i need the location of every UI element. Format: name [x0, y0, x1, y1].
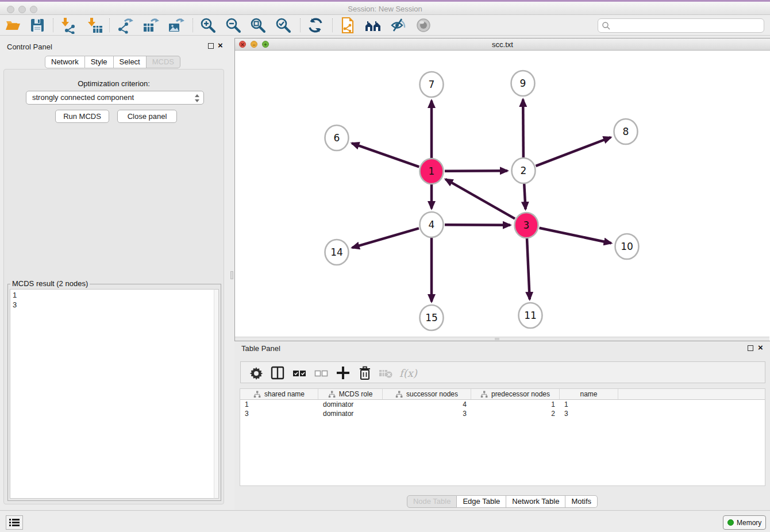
export-image-icon[interactable] [167, 17, 184, 34]
add-column-icon[interactable] [335, 365, 351, 381]
splitter-grip[interactable] [230, 271, 233, 279]
deselect-all-icon[interactable] [313, 365, 329, 381]
open-session-icon[interactable] [5, 17, 22, 34]
search-input[interactable] [613, 20, 760, 31]
tab-select[interactable]: Select [114, 56, 147, 68]
graph-node-15[interactable]: 15 [420, 305, 444, 330]
column-header-successor-nodes[interactable]: successor nodes [383, 389, 471, 399]
graph-node-2[interactable]: 2 [512, 158, 536, 183]
graph-node-7[interactable]: 7 [420, 72, 444, 97]
mcds-result-text[interactable]: 1 3 [10, 289, 214, 499]
network-title: scc.txt [235, 40, 770, 49]
panel-splitter[interactable] [230, 38, 234, 510]
zoom-fit-icon[interactable] [249, 17, 267, 34]
graph-edge-3-1[interactable] [445, 179, 515, 219]
graph-node-8[interactable]: 8 [614, 119, 638, 144]
cell-shared-name[interactable]: 3 [240, 409, 318, 418]
criterion-select[interactable]: strongly connected component [26, 91, 204, 105]
cell-name[interactable]: 3 [560, 409, 618, 418]
memory-button[interactable]: Memory [723, 515, 766, 530]
cell-mcds-role[interactable]: dominator [318, 400, 383, 409]
column-header-name[interactable]: name [560, 389, 618, 399]
hierarchy-icon [395, 391, 403, 398]
tab-network-table[interactable]: Network Table [506, 495, 565, 508]
graph-edge-4-14[interactable] [352, 228, 419, 248]
splitter-grip[interactable] [495, 338, 499, 340]
network-canvas[interactable]: 7968124314101511 [235, 51, 769, 337]
graph-edge-3-11[interactable] [527, 238, 530, 299]
select-all-icon[interactable] [291, 365, 307, 381]
hierarchy-icon [480, 391, 488, 398]
result-scrollbar[interactable] [214, 289, 219, 499]
graph-edge-2-9[interactable] [523, 99, 523, 157]
graph-edge-1-2[interactable] [445, 171, 507, 171]
table-settings-icon[interactable] [248, 365, 264, 381]
delete-table-icon[interactable] [378, 365, 394, 381]
zoom-in-icon[interactable] [199, 17, 217, 34]
delete-column-icon[interactable] [357, 365, 373, 381]
apply-layout-icon[interactable] [307, 17, 324, 34]
criterion-value: strongly connected component [32, 93, 134, 102]
graph-node-3[interactable]: 3 [515, 213, 538, 238]
export-table-icon[interactable] [142, 17, 159, 34]
graph-edge-3-10[interactable] [540, 228, 611, 243]
close-panel-icon[interactable]: × [218, 40, 223, 51]
tab-style[interactable]: Style [85, 56, 114, 68]
cell-shared-name[interactable]: 1 [240, 400, 318, 409]
column-browser-icon[interactable] [270, 365, 286, 381]
cell-predecessor-nodes[interactable]: 2 [471, 409, 560, 418]
column-header-shared-name[interactable]: shared name [240, 389, 318, 399]
import-network-icon[interactable] [60, 17, 77, 34]
cell-name[interactable]: 1 [560, 400, 618, 409]
save-session-icon[interactable] [29, 17, 46, 34]
float-table-panel-button[interactable] [748, 345, 753, 351]
control-panel-title: Control Panel [7, 43, 52, 51]
cell-successor-nodes[interactable]: 3 [383, 409, 471, 418]
graph-node-14[interactable]: 14 [325, 240, 349, 265]
level-of-detail-icon[interactable] [415, 17, 432, 34]
hide-show-icon[interactable] [390, 17, 407, 34]
column-label: MCDS role [339, 390, 373, 398]
graph-node-11[interactable]: 11 [519, 303, 542, 328]
graph-node-6[interactable]: 6 [325, 125, 349, 151]
cell-successor-nodes[interactable]: 4 [383, 400, 471, 409]
graph-node-9[interactable]: 9 [511, 71, 535, 96]
graph-node-label: 15 [425, 312, 438, 323]
network-bottom-splitter[interactable] [235, 337, 769, 341]
export-network-icon[interactable] [117, 17, 134, 34]
network-overview-icon[interactable] [339, 17, 356, 34]
zoom-out-icon[interactable] [225, 17, 242, 34]
import-table-icon[interactable] [86, 17, 103, 34]
cell-predecessor-nodes[interactable]: 1 [471, 400, 560, 409]
close-table-panel-icon[interactable]: × [758, 342, 763, 353]
tab-edge-table[interactable]: Edge Table [457, 495, 506, 508]
toolbar-separator [332, 18, 333, 32]
tab-motifs[interactable]: Motifs [565, 495, 598, 508]
close-panel-button[interactable]: Close panel [117, 110, 177, 123]
graph-node-1[interactable]: 1 [420, 159, 444, 184]
cell-mcds-role[interactable]: dominator [318, 409, 383, 418]
run-mcds-button[interactable]: Run MCDS [55, 110, 109, 123]
tab-network[interactable]: Network [45, 56, 85, 68]
tab-node-table[interactable]: Node Table [407, 495, 457, 508]
graph-node-4[interactable]: 4 [420, 212, 444, 237]
column-header-mcds-role[interactable]: MCDS role [318, 389, 383, 399]
function-builder-icon[interactable]: f(x) [397, 365, 420, 381]
graph-edge-4-3[interactable] [445, 225, 510, 225]
graph-node-label: 3 [523, 219, 530, 231]
tab-mcds[interactable]: MCDS [147, 56, 180, 68]
task-history-button[interactable] [6, 515, 23, 530]
graph-edge-1-6[interactable] [352, 143, 419, 167]
graph-edge-2-3[interactable] [524, 184, 525, 209]
zoom-selected-icon[interactable] [275, 17, 292, 34]
table-row[interactable]: 3 dominator 3 2 3 [240, 409, 765, 418]
graph-edge-2-8[interactable] [536, 137, 610, 166]
session-title: Session: New Session [0, 5, 770, 13]
table-row[interactable]: 1 dominator 4 1 1 [240, 400, 765, 409]
float-panel-button[interactable] [208, 43, 214, 49]
table-toolbar: f(x) [240, 361, 765, 383]
column-header-predecessor-nodes[interactable]: predecessor nodes [471, 389, 560, 399]
control-panel: Control Panel × Network Style Select MCD… [0, 38, 230, 510]
home-views-icon[interactable] [364, 17, 382, 34]
graph-node-10[interactable]: 10 [615, 234, 639, 259]
